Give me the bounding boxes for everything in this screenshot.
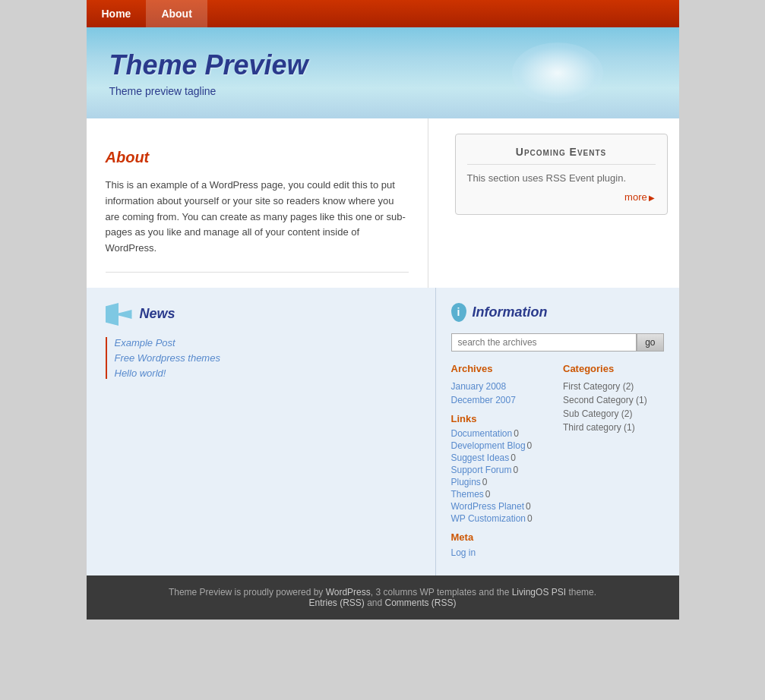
footer-text-before: Theme Preview is proudly powered by	[169, 587, 326, 598]
main-nav: Home About	[87, 0, 679, 27]
link-item[interactable]: Themes	[451, 489, 484, 500]
events-more-link[interactable]: more	[467, 191, 656, 203]
content-wrapper: About This is an example of a WordPress …	[87, 118, 679, 288]
link-item[interactable]: WP Customization	[451, 513, 526, 524]
link-count: 0	[527, 440, 533, 451]
list-item: Third category (1)	[563, 421, 664, 433]
list-item: Sub Category (2)	[563, 408, 664, 419]
about-text: About This is an example of a WordPress …	[106, 149, 409, 257]
link-item[interactable]: Documentation	[451, 428, 513, 439]
events-more-anchor[interactable]: more	[624, 191, 655, 203]
events-title: Upcoming Events	[467, 146, 656, 165]
link-item[interactable]: Plugins	[451, 477, 481, 487]
archive-link[interactable]: December 2007	[451, 395, 516, 405]
list-item: Hello world!	[115, 367, 416, 379]
info-section: i Information go Archives January 2008	[436, 288, 679, 575]
link-count: 0	[526, 501, 531, 512]
meta-link[interactable]: Log in	[451, 547, 476, 558]
archive-link[interactable]: January 2008	[451, 381, 507, 392]
search-input[interactable]	[451, 333, 637, 352]
news-header: News	[106, 303, 416, 326]
category-link[interactable]: First Category (2)	[563, 381, 634, 392]
list-item: Log in	[451, 547, 552, 558]
main-content: About This is an example of a WordPress …	[87, 118, 428, 288]
news-title: News	[140, 306, 175, 322]
link-count: 0	[511, 452, 516, 463]
site-footer: Theme Preview is proudly powered by Word…	[87, 575, 679, 620]
list-item: Free Wordpress themes	[115, 352, 416, 364]
link-item[interactable]: Development Blog	[451, 440, 526, 451]
meta-title: Meta	[451, 531, 552, 543]
nav-about[interactable]: About	[146, 0, 207, 27]
footer-line1: Theme Preview is proudly powered by Word…	[98, 587, 668, 598]
archives-title: Archives	[451, 363, 552, 374]
category-link[interactable]: Sub Category (2)	[563, 408, 632, 419]
links-section: Links Documentation 0 Development Blog 0	[451, 413, 552, 524]
about-body: This is an example of a WordPress page, …	[106, 178, 409, 257]
archives-list: January 2008 December 2007	[451, 380, 552, 405]
news-list: Example Post Free Wordpress themes Hello…	[106, 337, 416, 379]
news-icon	[106, 303, 132, 326]
list-item: Documentation 0	[451, 428, 552, 439]
info-header: i Information	[451, 303, 664, 322]
categories-list: First Category (2) Second Category (1)	[563, 380, 664, 433]
list-item: December 2007	[451, 394, 552, 405]
list-item: WordPress Planet 0	[451, 501, 552, 512]
footer-and: and	[367, 598, 384, 608]
events-wrapper: Upcoming Events This section uses RSS Ev…	[428, 118, 679, 288]
list-item: WP Customization 0	[451, 513, 552, 524]
nav-home[interactable]: Home	[87, 0, 147, 27]
footer-text-and: and the	[476, 587, 512, 598]
footer-comments-link[interactable]: Comments (RSS)	[385, 598, 457, 608]
site-header: Theme Preview Theme preview tagline	[87, 27, 679, 118]
archives-column: Archives January 2008 December 2007 Link…	[451, 363, 552, 560]
link-count: 0	[482, 477, 488, 487]
link-count: 0	[485, 489, 491, 500]
list-item: Themes 0	[451, 489, 552, 500]
footer-text-middle: , 3 columns WP templates	[371, 587, 476, 598]
list-item: Suggest Ideas 0	[451, 452, 552, 463]
links-title: Links	[451, 413, 552, 424]
info-title: Information	[473, 304, 548, 320]
list-item: First Category (2)	[563, 380, 664, 392]
link-item[interactable]: Support Forum	[451, 465, 512, 475]
link-item[interactable]: WordPress Planet	[451, 501, 525, 512]
about-title: About	[106, 149, 409, 166]
links-list: Documentation 0 Development Blog 0 Sugge…	[451, 428, 552, 524]
footer-wordpress-link[interactable]: WordPress	[326, 587, 371, 598]
category-link[interactable]: Third category (1)	[563, 422, 635, 433]
link-count: 0	[514, 465, 519, 475]
news-post-link[interactable]: Example Post	[115, 337, 175, 348]
footer-theme-link[interactable]: LivingOS PSI	[512, 587, 566, 598]
link-item[interactable]: Suggest Ideas	[451, 452, 510, 463]
news-post-link[interactable]: Free Wordpress themes	[115, 352, 220, 364]
site-title: Theme Preview	[109, 49, 308, 81]
category-link[interactable]: Second Category (1)	[563, 395, 647, 405]
events-box: Upcoming Events This section uses RSS Ev…	[455, 134, 668, 215]
events-description: This section uses RSS Event plugin.	[467, 172, 656, 184]
news-section: News Example Post Free Wordpress themes …	[87, 288, 436, 575]
list-item: Support Forum 0	[451, 465, 552, 475]
list-item: Plugins 0	[451, 477, 552, 487]
list-item: Example Post	[115, 337, 416, 348]
bottom-section: News Example Post Free Wordpress themes …	[87, 288, 679, 575]
site-tagline: Theme preview tagline	[109, 85, 308, 97]
list-item: Second Category (1)	[563, 394, 664, 405]
meta-section: Meta Log in	[451, 531, 552, 558]
categories-column: Categories First Category (2) Second Cat…	[563, 363, 664, 560]
footer-line2: Entries (RSS) and Comments (RSS)	[98, 598, 668, 608]
news-post-link[interactable]: Hello world!	[115, 367, 166, 379]
search-form: go	[451, 333, 664, 352]
info-columns: Archives January 2008 December 2007 Link…	[451, 363, 664, 560]
list-item: January 2008	[451, 380, 552, 392]
list-item: Development Blog 0	[451, 440, 552, 451]
categories-title: Categories	[563, 363, 664, 374]
info-icon: i	[451, 303, 466, 322]
footer-text-after: theme.	[566, 587, 596, 598]
meta-list: Log in	[451, 547, 552, 558]
about-section: About This is an example of a WordPress …	[106, 134, 409, 273]
footer-entries-link[interactable]: Entries (RSS)	[308, 598, 364, 608]
link-count: 0	[527, 513, 533, 524]
search-button[interactable]: go	[637, 333, 663, 352]
link-count: 0	[514, 428, 519, 439]
